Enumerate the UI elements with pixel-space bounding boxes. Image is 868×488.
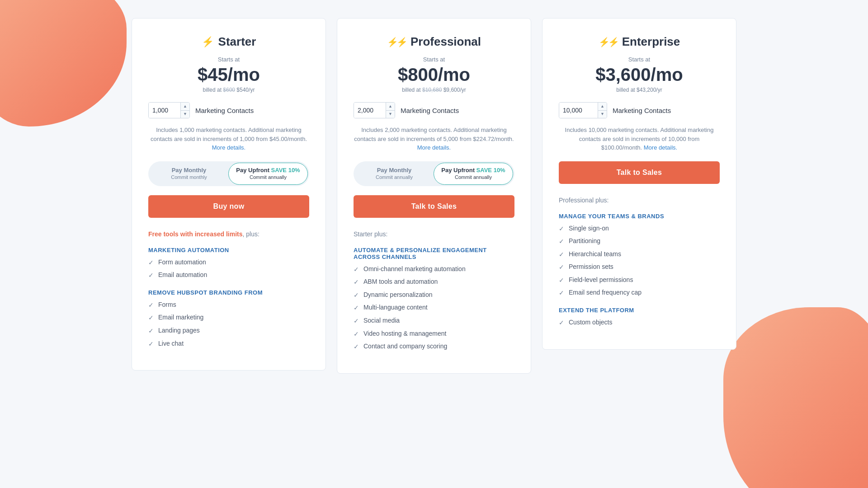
feature-item-text: Social media [363, 316, 400, 325]
contacts-input-professional[interactable] [354, 103, 386, 118]
list-item: ✓ABM tools and automation [354, 277, 514, 287]
check-icon: ✓ [354, 317, 359, 326]
contacts-row-starter: ▲▼Marketing Contacts [148, 102, 309, 118]
list-item: ✓Social media [354, 316, 514, 326]
intro-label-professional: Starter plus: [354, 230, 514, 238]
feature-item-text: Multi-language content [363, 303, 428, 312]
stepper-btns-enterprise: ▲▼ [598, 103, 607, 118]
check-icon: ✓ [559, 225, 564, 234]
stepper-down-starter[interactable]: ▼ [181, 111, 189, 118]
intro-label-enterprise: Professional plus: [559, 197, 720, 204]
feature-item-text: Email send frequency cap [569, 288, 642, 297]
more-details-link-enterprise[interactable]: More details. [644, 144, 677, 151]
feature-item-text: Landing pages [158, 326, 200, 335]
feature-item-text: Email marketing [158, 313, 203, 322]
contacts-label-enterprise: Marketing Contacts [613, 107, 671, 114]
check-icon: ✓ [559, 237, 564, 246]
stepper-up-starter[interactable]: ▲ [181, 103, 189, 111]
feature-item-text: Contact and company scoring [363, 342, 447, 351]
feature-list-starter-0: ✓Form automation✓Email automation [148, 258, 309, 280]
check-icon: ✓ [148, 327, 154, 336]
plan-header-starter: ⚡Starter [148, 35, 309, 49]
list-item: ✓Multi-language content [354, 303, 514, 313]
feature-item-text: Email automation [158, 271, 207, 280]
feature-item-text: Permission sets [569, 263, 613, 272]
check-icon: ✓ [559, 319, 564, 328]
list-item: ✓Hierarchical teams [559, 250, 720, 259]
feature-section-title-starter-1: REMOVE HUBSPOT BRANDING FROM [148, 289, 309, 296]
price-starter: $45/mo [148, 65, 309, 85]
feature-list-enterprise-1: ✓Custom objects [559, 318, 720, 328]
cta-button-enterprise[interactable]: Talk to Sales [559, 161, 720, 184]
feature-section-title-enterprise-0: MANAGE YOUR TEAMS & BRANDS [559, 213, 720, 220]
toggle-monthly-starter[interactable]: Pay MonthlyCommit monthly [150, 163, 228, 184]
list-item: ✓Dynamic personalization [354, 291, 514, 300]
plan-card-enterprise: ⚡⚡EnterpriseStarts at$3,600/mobilled at … [542, 18, 736, 350]
price-enterprise: $3,600/mo [559, 65, 720, 85]
check-icon: ✓ [148, 301, 154, 310]
plan-name-professional: Professional [410, 35, 481, 49]
check-icon: ✓ [354, 304, 359, 313]
stepper-up-professional[interactable]: ▲ [386, 103, 395, 111]
plan-card-starter: ⚡StarterStarts at$45/mobilled at $600 $5… [132, 18, 326, 371]
stepper-up-enterprise[interactable]: ▲ [598, 103, 607, 111]
check-icon: ✓ [354, 343, 359, 352]
list-item: ✓Email send frequency cap [559, 288, 720, 298]
list-item: ✓Live chat [148, 339, 309, 349]
plan-icon-professional: ⚡⚡ [387, 37, 406, 47]
plan-card-professional: ⚡⚡ProfessionalStarts at$800/mobilled at … [337, 18, 531, 374]
feature-list-enterprise-0: ✓Single sign-on✓Partitioning✓Hierarchica… [559, 224, 720, 298]
check-icon: ✓ [354, 278, 359, 287]
toggle-monthly-professional[interactable]: Pay MonthlyCommit annually [355, 163, 434, 184]
plan-name-starter: Starter [218, 35, 256, 49]
list-item: ✓Forms [148, 300, 309, 310]
contacts-input-group-professional: ▲▼ [354, 102, 395, 118]
check-icon: ✓ [559, 250, 564, 259]
feature-item-text: Custom objects [569, 318, 612, 327]
contacts-input-enterprise[interactable] [559, 103, 598, 118]
feature-item-text: Single sign-on [569, 224, 609, 233]
plan-icon-enterprise: ⚡⚡ [599, 37, 618, 47]
stepper-down-enterprise[interactable]: ▼ [598, 111, 607, 118]
feature-list-starter-1: ✓Forms✓Email marketing✓Landing pages✓Liv… [148, 300, 309, 348]
list-item: ✓Custom objects [559, 318, 720, 328]
check-icon: ✓ [354, 265, 359, 274]
contacts-input-group-starter: ▲▼ [148, 102, 190, 118]
pricing-wrapper: ⚡StarterStarts at$45/mobilled at $600 $5… [0, 0, 868, 392]
plan-name-enterprise: Enterprise [622, 35, 680, 49]
feature-list-professional-0: ✓Omni-channel marketing automation✓ABM t… [354, 265, 514, 352]
feature-item-text: Partitioning [569, 237, 600, 246]
feature-item-text: ABM tools and automation [363, 277, 438, 286]
feature-item-text: Video hosting & management [363, 329, 446, 338]
list-item: ✓Contact and company scoring [354, 342, 514, 352]
stepper-down-professional[interactable]: ▼ [386, 111, 395, 118]
list-item: ✓Single sign-on [559, 224, 720, 234]
check-icon: ✓ [559, 276, 564, 285]
contacts-row-professional: ▲▼Marketing Contacts [354, 102, 514, 118]
cta-button-starter[interactable]: Buy now [148, 195, 309, 218]
billed-at-enterprise: billed at $43,200/yr [559, 87, 720, 93]
payment-toggle-starter: Pay MonthlyCommit monthlyPay Upfront SAV… [148, 161, 309, 186]
feature-section-title-starter-0: MARKETING AUTOMATION [148, 247, 309, 253]
toggle-upfront-professional[interactable]: Pay Upfront SAVE 10%Commit annually [434, 163, 513, 185]
check-icon: ✓ [148, 258, 154, 267]
billed-at-starter: billed at $600 $540/yr [148, 87, 309, 93]
payment-toggle-professional: Pay MonthlyCommit annuallyPay Upfront SA… [354, 161, 514, 186]
feature-item-text: Omni-channel marketing automation [363, 265, 466, 274]
price-professional: $800/mo [354, 65, 514, 85]
list-item: ✓Omni-channel marketing automation [354, 265, 514, 274]
check-icon: ✓ [559, 263, 564, 272]
list-item: ✓Partitioning [559, 237, 720, 246]
more-details-link-starter[interactable]: More details. [212, 144, 245, 151]
starts-at-enterprise: Starts at [559, 56, 720, 63]
list-item: ✓Field-level permissions [559, 276, 720, 285]
list-item: ✓Permission sets [559, 263, 720, 272]
contacts-description-enterprise: Includes 10,000 marketing contacts. Addi… [559, 126, 720, 152]
contacts-input-starter[interactable] [149, 103, 180, 118]
cta-button-professional[interactable]: Talk to Sales [354, 195, 514, 218]
toggle-upfront-starter[interactable]: Pay Upfront SAVE 10%Commit annually [228, 163, 308, 185]
starts-at-starter: Starts at [148, 56, 309, 63]
feature-item-text: Hierarchical teams [569, 250, 621, 259]
contacts-label-professional: Marketing Contacts [401, 107, 459, 114]
more-details-link-professional[interactable]: More details. [417, 144, 451, 151]
